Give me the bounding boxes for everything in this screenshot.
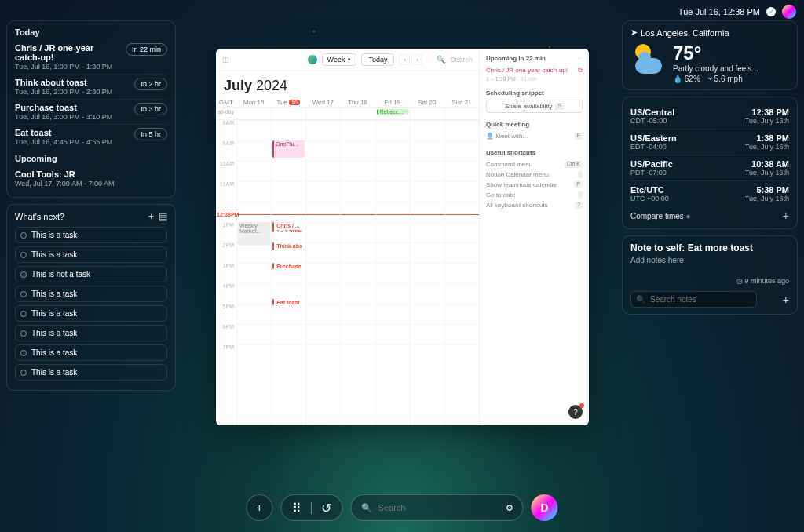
history-icon[interactable]: ↺ — [321, 501, 331, 516]
calendar-event[interactable]: Weekly Market... — [238, 222, 270, 246]
help-button[interactable]: ? — [568, 405, 583, 419]
compare-times-label[interactable]: Compare times — [630, 212, 684, 220]
day-header[interactable]: Sun 21 — [444, 97, 479, 107]
today-header: Today — [15, 27, 167, 37]
clock-icon: ◷ — [736, 277, 743, 285]
weather-icon — [630, 42, 665, 77]
quick-meeting-input[interactable]: 👤 Meet with...F — [486, 131, 583, 141]
add-task-icon[interactable]: + — [148, 211, 154, 222]
dock-avatar[interactable]: D — [532, 494, 558, 521]
task-item[interactable]: This is a task — [15, 286, 167, 302]
calendar-event[interactable]: Purchase — [272, 263, 305, 269]
timezone-row[interactable]: US/EasternEDT -04:00 1:38 PMTue, July 16… — [630, 129, 789, 155]
calendar-grid[interactable]: 8AM9AM10AM11AM1PM2PM3PM4PM5PM6PM7PM 12:3… — [216, 120, 479, 425]
task-checkbox[interactable] — [20, 370, 27, 376]
apps-icon[interactable]: ⠿ — [292, 501, 302, 516]
calendar-event[interactable]: Eat toast — [272, 299, 305, 305]
day-header-today[interactable]: Tue16 — [271, 97, 305, 107]
agenda-event[interactable]: Purchase toastTue, Jul 16, 3:00 PM - 3:1… — [15, 100, 167, 125]
weather-desc: Partly cloudy and feels... — [673, 64, 758, 73]
calendar-event[interactable]: Chris / ...1 – 1:30 PM — [272, 222, 305, 232]
next-week-button[interactable]: › — [411, 54, 422, 65]
calendar-search-placeholder[interactable]: Search — [450, 56, 473, 64]
task-item[interactable]: This is a task — [15, 364, 167, 381]
gear-icon[interactable]: ⚙ — [506, 503, 513, 513]
agenda-event[interactable]: Think about toastTue, Jul 16, 2:00 PM - … — [15, 75, 167, 100]
task-item[interactable]: This is a task — [15, 325, 167, 341]
day-header[interactable]: Sat 20 — [410, 97, 444, 107]
task-checkbox[interactable] — [20, 232, 27, 239]
day-header[interactable]: Wed 17 — [305, 97, 340, 107]
tasks-settings-icon[interactable]: ▤ — [159, 211, 167, 222]
calendar-event[interactable]: OnePlu... — [272, 140, 305, 158]
upcoming-event-link[interactable]: Chris / JR one-year catch-up!⧉ — [486, 65, 583, 76]
note-title[interactable]: Note to self: Eat more toast — [630, 242, 789, 253]
allday-event[interactable]: Rebecc... — [377, 109, 409, 115]
wind: 5.6 mph — [714, 75, 743, 83]
shortcut-item[interactable]: Command menuCtrl K — [486, 159, 583, 169]
add-button[interactable]: + — [246, 494, 272, 521]
task-checkbox[interactable] — [20, 330, 27, 337]
add-note-button[interactable]: + — [783, 293, 789, 306]
day-header[interactable]: GMT — [216, 97, 236, 107]
calendar-sidebar: Upcoming in 22 min→ Chris / JR one-year … — [479, 49, 589, 425]
day-header[interactable]: Fri 19 — [375, 97, 410, 107]
notes-panel: Note to self: Eat more toast Add notes h… — [622, 235, 798, 315]
dock-widgets[interactable]: ⠿ | ↺ — [280, 494, 342, 521]
shortcut-item[interactable]: Notion Calendar menu — [486, 169, 583, 180]
quick-meeting-header: Quick meeting — [486, 121, 583, 128]
day-header-row: GMTMon 15Tue16Wed 17Thu 18Fri 19Sat 20Su… — [216, 97, 479, 108]
chevron-down-icon: ▾ — [348, 56, 351, 63]
task-item[interactable]: This is a task — [15, 246, 167, 263]
timezones-panel: US/CentralCDT -05:00 12:38 PMTue, July 1… — [622, 97, 798, 229]
search-icon[interactable]: 🔍 — [437, 56, 445, 64]
global-search-input[interactable] — [378, 503, 499, 512]
note-body[interactable]: Add notes here — [630, 256, 789, 264]
note-timestamp: 9 minutes ago — [744, 277, 789, 285]
day-header[interactable]: Mon 15 — [236, 97, 271, 107]
allday-row: all-day Rebecc... — [216, 108, 479, 120]
timezone-row[interactable]: US/CentralCDT -05:00 12:38 PMTue, July 1… — [630, 104, 789, 129]
task-checkbox[interactable] — [20, 271, 27, 278]
month-header: July 2024 — [216, 71, 479, 97]
user-avatar[interactable] — [782, 5, 796, 19]
shortcut-item[interactable]: Show teammate calendarP — [486, 180, 583, 190]
view-dropdown[interactable]: Week▾ — [322, 53, 357, 66]
compare-dot-icon: ● — [686, 212, 691, 220]
task-checkbox[interactable] — [20, 350, 27, 356]
calendar-avatar[interactable] — [308, 55, 317, 64]
global-search[interactable]: 🔍 ⚙ — [351, 494, 524, 521]
external-icon: ⧉ — [578, 67, 583, 75]
today-button[interactable]: Today — [361, 53, 394, 66]
dock: + ⠿ | ↺ 🔍 ⚙ D — [246, 494, 557, 521]
task-checkbox[interactable] — [20, 291, 27, 297]
calendar-event[interactable]: Think abo — [272, 242, 305, 250]
agenda-event[interactable]: Eat toastTue, Jul 16, 4:45 PM - 4:55 PM … — [15, 125, 167, 149]
open-icon[interactable]: → — [576, 55, 583, 62]
timezone-row[interactable]: US/PacificPDT -07:00 10:38 AMTue, July 1… — [630, 155, 789, 181]
timezone-row[interactable]: Etc/UTCUTC +00:00 5:38 PMTue, July 16th — [630, 181, 789, 206]
task-item[interactable]: This is a task — [15, 305, 167, 322]
shortcut-item[interactable]: All keyboard shortcuts? — [486, 200, 583, 210]
snippet-header: Scheduling snippet — [486, 89, 583, 97]
clock: Tue Jul 16, 12:38 PM — [678, 7, 760, 16]
countdown-pill: In 5 hr — [134, 128, 167, 140]
today-panel: Today Chris / JR one-year catch-up!Tue, … — [6, 20, 176, 198]
agenda-event[interactable]: Cool Tools: JRWed, Jul 17, 7:00 AM - 7:0… — [15, 166, 167, 191]
task-item[interactable]: This is a task — [15, 344, 167, 361]
prev-week-button[interactable]: ‹ — [399, 54, 410, 65]
task-item[interactable]: This is a task — [15, 227, 167, 243]
share-availability-button[interactable]: Share availabilityS — [486, 100, 583, 113]
humidity-icon: 💧 — [673, 75, 682, 83]
task-checkbox[interactable] — [20, 252, 27, 258]
sidebar-toggle-icon[interactable]: ◫ — [222, 56, 229, 64]
task-item[interactable]: This is not a task — [15, 266, 167, 282]
notes-search-input[interactable] — [630, 291, 757, 308]
calendar-window: ◫ Week▾ Today ‹› 🔍 Search July 2024 GMTM… — [216, 49, 589, 425]
add-timezone-button[interactable]: + — [783, 210, 789, 222]
agenda-event[interactable]: Chris / JR one-year catch-up!Tue, Jul 16… — [15, 40, 167, 75]
day-header[interactable]: Thu 18 — [340, 97, 375, 107]
task-checkbox[interactable] — [20, 311, 27, 317]
countdown-pill: In 2 hr — [134, 78, 167, 90]
shortcut-item[interactable]: Go to date — [486, 190, 583, 200]
